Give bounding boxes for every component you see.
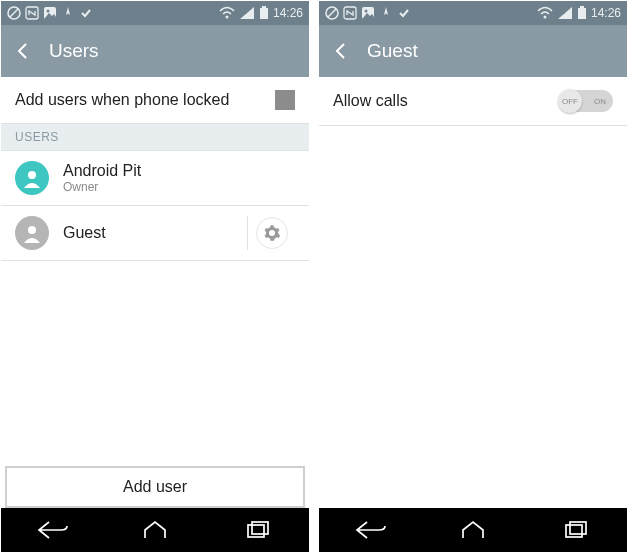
nav-back-button[interactable] xyxy=(27,516,77,544)
nav-bar xyxy=(1,508,309,552)
back-button[interactable] xyxy=(11,39,35,63)
toggle-on-label: ON xyxy=(594,97,606,106)
users-section-header: USERS xyxy=(1,124,309,151)
user-name: Android Pit xyxy=(63,162,141,180)
svg-text:x: x xyxy=(244,9,247,15)
svg-line-14 xyxy=(328,9,336,17)
avatar-icon xyxy=(15,216,49,250)
gallery-icon xyxy=(361,6,375,20)
gallery-icon xyxy=(43,6,57,20)
no-entry-icon xyxy=(7,6,21,20)
guest-settings-button[interactable] xyxy=(256,217,288,249)
users-screen: x 14:26 Users Add users when phone locke… xyxy=(1,1,309,552)
svg-point-4 xyxy=(47,10,50,13)
svg-rect-11 xyxy=(248,525,264,537)
allow-calls-toggle[interactable]: OFF ON xyxy=(559,90,613,112)
toggle-off-label: OFF xyxy=(562,97,578,106)
wifi-icon xyxy=(537,6,553,20)
battery-icon xyxy=(259,6,269,20)
svg-point-9 xyxy=(28,171,36,179)
user-name: Guest xyxy=(63,224,106,242)
svg-line-1 xyxy=(10,9,18,17)
signal-icon: x xyxy=(557,6,573,20)
page-title: Users xyxy=(49,40,99,62)
wifi-icon xyxy=(219,6,235,20)
nav-home-button[interactable] xyxy=(130,516,180,544)
status-bar: x 14:26 xyxy=(1,1,309,25)
svg-point-18 xyxy=(543,16,546,19)
battery-icon xyxy=(577,6,587,20)
guest-screen: x 14:26 Guest Allow calls OFF ON xyxy=(319,1,627,552)
check-icon xyxy=(397,6,411,20)
checkbox[interactable] xyxy=(275,90,295,110)
allow-calls-row[interactable]: Allow calls OFF ON xyxy=(319,77,627,126)
svg-rect-22 xyxy=(566,525,582,537)
nfc-icon xyxy=(343,6,357,20)
add-users-locked-row[interactable]: Add users when phone locked xyxy=(1,77,309,124)
svg-text:x: x xyxy=(562,9,565,15)
svg-point-5 xyxy=(225,16,228,19)
svg-rect-21 xyxy=(580,6,584,8)
svg-rect-23 xyxy=(570,522,586,534)
header-bar: Guest xyxy=(319,25,627,77)
check-icon xyxy=(79,6,93,20)
svg-rect-7 xyxy=(260,8,268,19)
no-entry-icon xyxy=(325,6,339,20)
svg-point-10 xyxy=(28,226,36,234)
nav-home-button[interactable] xyxy=(448,516,498,544)
svg-rect-8 xyxy=(262,6,266,8)
add-user-button[interactable]: Add user xyxy=(5,466,305,508)
location-icon xyxy=(379,6,393,20)
user-sub: Owner xyxy=(63,180,141,194)
allow-calls-label: Allow calls xyxy=(333,92,408,110)
nav-recent-button[interactable] xyxy=(233,516,283,544)
nav-back-button[interactable] xyxy=(345,516,395,544)
status-bar: x 14:26 xyxy=(319,1,627,25)
signal-icon: x xyxy=(239,6,255,20)
header-bar: Users xyxy=(1,25,309,77)
svg-point-17 xyxy=(365,10,368,13)
page-title: Guest xyxy=(367,40,418,62)
svg-rect-12 xyxy=(252,522,268,534)
svg-rect-20 xyxy=(578,8,586,19)
gear-icon xyxy=(263,224,281,242)
status-time: 14:26 xyxy=(591,6,621,20)
nfc-icon xyxy=(25,6,39,20)
add-user-label: Add user xyxy=(123,478,187,496)
add-users-locked-label: Add users when phone locked xyxy=(15,91,229,109)
user-row-guest[interactable]: Guest xyxy=(1,206,309,261)
nav-recent-button[interactable] xyxy=(551,516,601,544)
avatar-icon xyxy=(15,161,49,195)
nav-bar xyxy=(319,508,627,552)
user-row-owner[interactable]: Android Pit Owner xyxy=(1,151,309,206)
location-icon xyxy=(61,6,75,20)
back-button[interactable] xyxy=(329,39,353,63)
status-time: 14:26 xyxy=(273,6,303,20)
